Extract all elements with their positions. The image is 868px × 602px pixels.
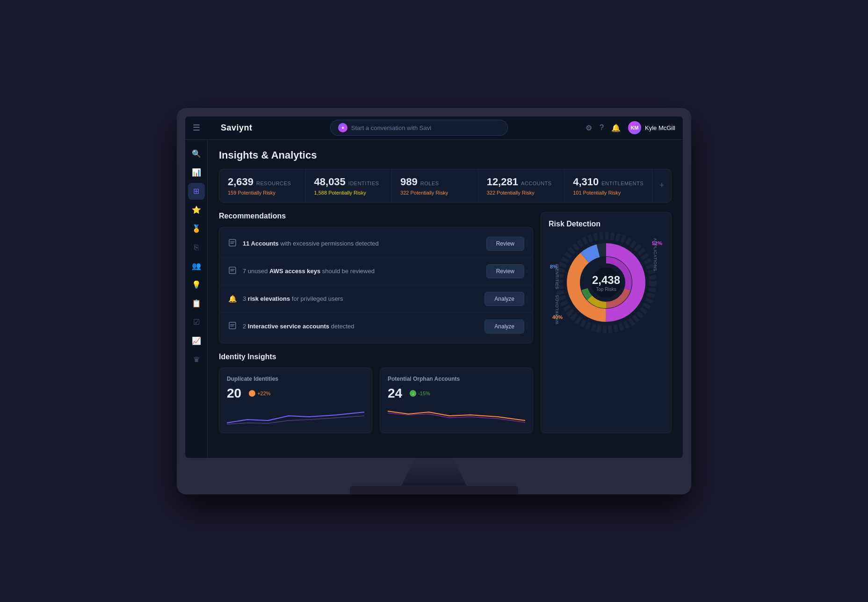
sidebar-item-analytics[interactable]: 📊 <box>188 164 205 181</box>
stat-identities-number: 48,035 <box>314 176 346 188</box>
risk-panel: Risk Detection <box>541 212 672 433</box>
main-content: Insights & Analytics 2,639 Resources 159… <box>208 140 683 458</box>
donut-total-label: Top Risks <box>592 286 620 291</box>
stat-entitlements-risky: 101 Potentially Risky <box>573 190 644 196</box>
insight-card-orphan-title: Potential Orphan Accounts <box>388 376 525 382</box>
monitor-screen: ☰ Saviynt ✦ Start a conversation with Sa… <box>185 116 683 458</box>
stat-identities-label: Identities <box>348 181 379 186</box>
recommendations-title: Recommendations <box>219 212 533 220</box>
stat-roles-risky: 322 Potentially Risky <box>400 190 470 196</box>
savi-placeholder[interactable]: Start a conversation with Savi <box>351 124 431 131</box>
bottom-section: Recommendations 11 Accounts with excessi… <box>219 212 672 433</box>
accounts-icon <box>228 239 237 248</box>
rec-analyze-button-0[interactable]: Analyze <box>485 292 524 306</box>
svg-rect-2 <box>229 322 236 329</box>
sidebar-item-certificate[interactable]: 🏅 <box>188 220 205 237</box>
trend-up-icon: ↑ <box>249 390 255 397</box>
workloads-label: WORKLOADS <box>555 295 559 324</box>
key-icon <box>228 267 237 276</box>
sidebar-item-bulb[interactable]: 💡 <box>188 276 205 293</box>
sidebar-item-report[interactable]: 📋 <box>188 295 205 312</box>
topbar: ☰ Saviynt ✦ Start a conversation with Sa… <box>185 116 683 140</box>
stat-resources: 2,639 Resources 159 Potentially Risky <box>219 169 306 202</box>
sidebar-item-checkbox[interactable]: ☑ <box>188 314 205 331</box>
bell-icon[interactable]: 🔔 <box>611 123 621 132</box>
sidebar-item-copy[interactable]: ⎘ <box>188 239 205 256</box>
stat-accounts-number: 12,281 <box>487 176 518 188</box>
svg-rect-0 <box>229 239 236 246</box>
stat-accounts-risky: 322 Potentially Risky <box>487 190 556 196</box>
monitor-frame: ☰ Saviynt ✦ Start a conversation with Sa… <box>177 108 691 494</box>
risk-detection-title: Risk Detection <box>549 220 664 228</box>
risk-donut-chart: 2,438 Top Risks 52% APPLICATIONS 8% IDEN… <box>559 236 653 329</box>
sidebar-item-search[interactable]: 🔍 <box>188 145 205 162</box>
stat-roles-number: 989 <box>400 176 418 188</box>
page-title: Insights & Analytics <box>219 149 672 161</box>
service-icon <box>228 322 237 331</box>
stat-add-button[interactable]: + <box>652 169 671 202</box>
sidebar-item-crown[interactable]: ♛ <box>188 351 205 368</box>
rec-item-2: 🔔 3 risk elevations for privileged users… <box>219 285 533 313</box>
stat-resources-label: Resources <box>256 181 291 186</box>
stat-roles: 989 Roles 322 Potentially Risky <box>392 169 478 202</box>
savi-input-container[interactable]: ✦ Start a conversation with Savi <box>330 120 508 136</box>
stats-row: 2,639 Resources 159 Potentially Risky 48… <box>219 169 672 203</box>
insight-card-orphan: Potential Orphan Accounts 24 ↓ -15% <box>380 368 533 433</box>
insight-card-duplicate-number: 20 <box>227 386 241 401</box>
stat-resources-number: 2,639 <box>228 176 253 188</box>
insight-card-duplicate: Duplicate Identities 20 ↑ +22% <box>219 368 372 433</box>
rec-review-button-0[interactable]: Review <box>486 237 524 251</box>
help-icon[interactable]: ? <box>600 123 604 132</box>
trend-down-icon: ↓ <box>410 390 416 397</box>
donut-center-info: 2,438 Top Risks <box>592 273 620 291</box>
donut-total-number: 2,438 <box>592 273 620 286</box>
rec-item-3: 2 Interactive service accounts detected … <box>219 313 533 340</box>
sidebar: 🔍 📊 ⊞ ⭐ 🏅 ⎘ 👥 💡 📋 ☑ 📈 ♛ <box>185 140 208 458</box>
stat-identities-risky: 1,588 Potentially Risky <box>314 190 383 196</box>
stat-roles-label: Roles <box>420 181 439 186</box>
rec-text-1: 7 unused AWS access keys should be revie… <box>243 268 481 275</box>
topbar-icons-group: ⚙ ? 🔔 KM Kyle McGill <box>586 121 675 134</box>
stat-resources-risky: 159 Potentially Risky <box>228 190 297 196</box>
svg-rect-1 <box>229 267 236 274</box>
sidebar-item-star[interactable]: ⭐ <box>188 202 205 218</box>
identities-label: IDENTITIES <box>555 264 559 290</box>
rec-text-2: 3 risk elevations for privileged users <box>243 295 479 302</box>
stat-identities: 48,035 Identities 1,588 Potentially Risk… <box>306 169 392 202</box>
menu-icon[interactable]: ☰ <box>193 123 200 133</box>
recommendations-wrap: Recommendations 11 Accounts with excessi… <box>219 212 533 433</box>
stat-accounts-label: Accounts <box>521 181 552 186</box>
rec-analyze-button-1[interactable]: Analyze <box>485 319 524 334</box>
monitor-stand <box>387 458 481 486</box>
app-logo: Saviynt <box>221 123 253 133</box>
applications-label: APPLICATIONS <box>653 238 658 271</box>
insights-row: Duplicate Identities 20 ↑ +22% <box>219 368 533 433</box>
trend-green-value: -15% <box>418 391 430 396</box>
trend-orange-value: +22% <box>257 391 270 396</box>
topbar-search: ✦ Start a conversation with Savi <box>253 120 586 136</box>
recommendations-panel: 11 Accounts with excessive permissions d… <box>219 227 533 343</box>
rec-item-0: 11 Accounts with excessive permissions d… <box>219 230 533 258</box>
rec-review-button-1[interactable]: Review <box>486 264 524 278</box>
duplicate-mini-chart <box>227 406 364 425</box>
monitor-base <box>350 486 518 494</box>
stat-accounts: 12,281 Accounts 322 Potentially Risky <box>478 169 565 202</box>
savi-bot-icon: ✦ <box>338 123 347 132</box>
insight-card-orphan-badge: ↓ -15% <box>410 390 430 397</box>
sidebar-item-dashboard[interactable]: ⊞ <box>188 183 205 200</box>
identity-insights-title: Identity Insights <box>219 353 533 361</box>
orphan-mini-chart <box>388 406 525 425</box>
insight-card-duplicate-title: Duplicate Identities <box>227 376 364 382</box>
stat-entitlements: 4,310 Entitlements 101 Potentially Risky <box>564 169 652 202</box>
rec-text-3: 2 Interactive service accounts detected <box>243 323 479 330</box>
app-body: 🔍 📊 ⊞ ⭐ 🏅 ⎘ 👥 💡 📋 ☑ 📈 ♛ Insights & Analy… <box>185 140 683 458</box>
sidebar-item-users[interactable]: 👥 <box>188 258 205 275</box>
gear-icon[interactable]: ⚙ <box>586 123 592 132</box>
stat-entitlements-label: Entitlements <box>601 181 644 186</box>
avatar: KM <box>628 121 641 134</box>
sidebar-item-chart[interactable]: 📈 <box>188 333 205 349</box>
user-profile[interactable]: KM Kyle McGill <box>628 121 675 134</box>
rec-item-1: 7 unused AWS access keys should be revie… <box>219 258 533 285</box>
insight-card-duplicate-badge: ↑ +22% <box>249 390 270 397</box>
insight-card-orphan-number: 24 <box>388 386 402 401</box>
